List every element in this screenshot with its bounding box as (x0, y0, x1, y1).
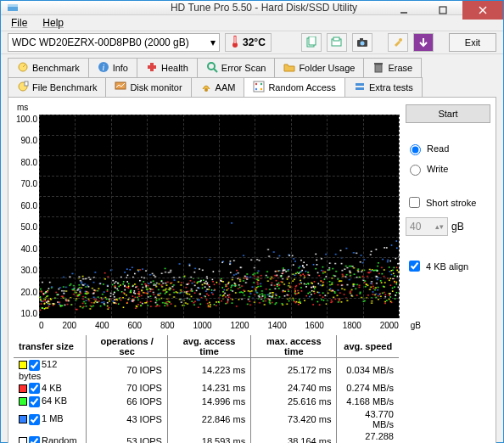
close-button[interactable] (462, 1, 503, 20)
svg-point-14 (361, 42, 365, 46)
copy-info-button[interactable] (301, 33, 322, 52)
cell-avg: 14.996 ms (167, 395, 250, 408)
col-header: avg. speed (337, 335, 399, 358)
series-toggle[interactable] (29, 360, 40, 371)
titlebar: HD Tune Pro 5.50 - Hard Disk/SSD Utility (1, 1, 503, 15)
maximize-button[interactable] (423, 1, 462, 20)
align-checkbox[interactable]: 4 KB align (406, 258, 490, 274)
series-toggle[interactable] (29, 436, 40, 443)
svg-rect-30 (254, 81, 264, 92)
svg-rect-10 (309, 36, 316, 45)
series-toggle[interactable] (29, 414, 40, 425)
tab-error-scan[interactable]: Error Scan (197, 58, 276, 77)
svg-rect-12 (333, 37, 339, 41)
random-access-panel: ms 100.090.080.070.060.050.040.030.020.0… (8, 97, 496, 443)
tab-folder-usage[interactable]: Folder Usage (274, 58, 364, 77)
transfer-size: 64 KB (42, 395, 67, 406)
short-stroke-input: 40 ▴▾ (406, 217, 448, 236)
y-axis-labels: 100.090.080.070.060.050.040.030.020.010.… (14, 115, 37, 318)
cell-max: 38.164 ms (251, 430, 337, 443)
minimize-button[interactable] (384, 1, 423, 20)
svg-point-33 (255, 88, 257, 90)
temperature-value: 32°C (243, 36, 266, 48)
cell-max: 25.172 ms (251, 358, 337, 382)
cell-ops: 43 IOPS (87, 408, 168, 430)
tab-random-access[interactable]: Random Access (244, 77, 344, 97)
tab-info[interactable]: iInfo (88, 58, 137, 77)
write-radio[interactable]: Write (406, 162, 490, 176)
y-axis-unit: ms (17, 103, 28, 112)
svg-rect-1 (8, 4, 18, 7)
col-header: transfer size (14, 335, 87, 358)
svg-rect-25 (374, 63, 383, 64)
svg-line-23 (214, 69, 217, 72)
options-button[interactable] (388, 33, 408, 52)
filebench-icon (17, 81, 29, 94)
svg-rect-27 (25, 81, 28, 86)
app-icon (6, 1, 20, 14)
cell-avg: 18.593 ms (167, 430, 250, 443)
transfer-size: 1 MB (42, 413, 64, 423)
series-color-swatch (19, 437, 27, 443)
info-icon: i (98, 61, 109, 75)
series-color-swatch (19, 361, 27, 369)
x-axis-labels: 0200400600800100012001400160018002000 (39, 321, 399, 330)
svg-rect-24 (375, 64, 382, 72)
cell-speed: 4.168 MB/s (337, 395, 399, 408)
random-icon (253, 81, 265, 94)
chart-and-table: ms 100.090.080.070.060.050.040.030.020.0… (14, 103, 399, 443)
tab-aam[interactable]: AAM (191, 77, 245, 97)
tab-area: BenchmarkiInfoHealthError ScanFolder Usa… (1, 54, 503, 443)
app-window: HD Tune Pro 5.50 - Hard Disk/SSD Utility… (0, 0, 504, 443)
transfer-size: 4 KB (42, 383, 62, 393)
window-controls (384, 1, 503, 20)
drive-select[interactable]: WDC WD20EZRX-00D8PB0 (2000 gB) ▾ (8, 33, 220, 52)
svg-rect-8 (234, 36, 236, 43)
copy-screenshot-button[interactable] (327, 33, 347, 52)
tab-row-1: BenchmarkiInfoHealthError ScanFolder Usa… (8, 58, 496, 77)
col-header: avg. access time (167, 335, 250, 358)
save-button[interactable] (413, 33, 434, 52)
svg-rect-35 (356, 83, 364, 86)
spinner-icon: ▴▾ (435, 222, 444, 231)
cell-avg: 14.223 ms (167, 358, 250, 382)
exit-button[interactable]: Exit (449, 33, 496, 52)
menu-help[interactable]: Help (36, 15, 70, 31)
series-toggle[interactable] (29, 383, 40, 394)
series-color-swatch (19, 397, 27, 406)
read-radio[interactable]: Read (406, 142, 490, 155)
series-color-swatch (19, 415, 27, 423)
tab-disk-monitor[interactable]: Disk monitor (105, 77, 191, 97)
tab-benchmark[interactable]: Benchmark (8, 58, 89, 77)
series-toggle[interactable] (29, 396, 40, 407)
drive-select-value: WDC WD20EZRX-00D8PB0 (2000 gB) (12, 36, 189, 48)
cell-avg: 22.846 ms (167, 408, 250, 430)
tab-file-benchmark[interactable]: File Benchmark (8, 77, 106, 97)
table-row: 4 KB70 IOPS14.231 ms24.740 ms0.274 MB/s (14, 382, 399, 395)
svg-point-31 (255, 83, 257, 85)
short-stroke-checkbox[interactable]: Short stroke (406, 194, 490, 210)
aam-icon (200, 81, 212, 94)
monitor-icon (115, 81, 126, 94)
tab-health[interactable]: Health (137, 58, 198, 77)
menu-file[interactable]: File (4, 15, 34, 31)
svg-point-34 (260, 88, 262, 90)
svg-rect-36 (356, 87, 364, 90)
cell-avg: 14.231 ms (167, 382, 250, 395)
scatter-chart: 100.090.080.070.060.050.040.030.020.010.… (39, 115, 399, 318)
series-color-swatch (19, 384, 27, 393)
cell-speed: 0.034 MB/s (337, 358, 399, 382)
svg-point-22 (208, 63, 215, 70)
tab-erase[interactable]: Erase (363, 58, 422, 77)
svg-rect-15 (360, 38, 363, 41)
side-panel: Start Read Write Short stroke 40 ▴▾ (406, 103, 490, 443)
table-row: 512 bytes70 IOPS14.223 ms25.172 ms0.034 … (14, 358, 399, 382)
thermometer-icon (231, 35, 239, 51)
cell-ops: 70 IOPS (87, 358, 168, 382)
start-button[interactable]: Start (406, 104, 490, 123)
cell-speed: 0.274 MB/s (337, 382, 399, 395)
tab-extra-tests[interactable]: Extra tests (344, 77, 423, 97)
screenshot-button[interactable] (352, 33, 372, 52)
results-table: transfer sizeoperations / secavg. access… (14, 335, 399, 443)
folder-icon (283, 61, 295, 75)
